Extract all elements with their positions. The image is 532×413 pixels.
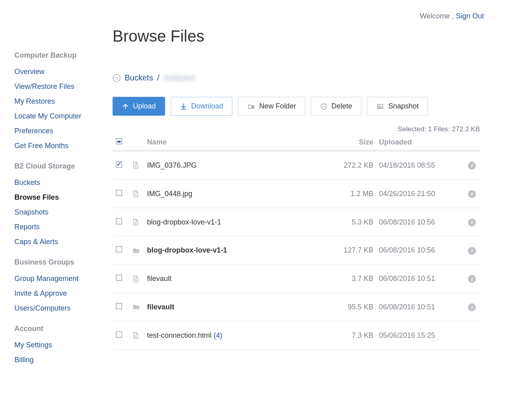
file-name[interactable]: IMG_0376.JPG <box>147 161 197 169</box>
delete-label: Delete <box>331 102 352 110</box>
file-size: 1.2 MB <box>332 180 376 208</box>
download-icon <box>180 103 187 110</box>
svg-rect-5 <box>133 306 139 309</box>
new-folder-button[interactable]: New Folder <box>238 97 305 116</box>
download-label: Download <box>191 102 223 110</box>
sidebar-item-my-settings[interactable]: My Settings <box>14 338 109 353</box>
sidebar-item-users-computers[interactable]: Users/Computers <box>14 301 109 316</box>
info-icon[interactable]: i <box>468 303 476 311</box>
file-name[interactable]: blog-dropbox-love-v1-1 <box>147 218 221 226</box>
sidebar-section-title: Account <box>14 325 109 333</box>
sidebar-item-overview[interactable]: Overview <box>14 64 109 79</box>
file-icon <box>132 275 141 283</box>
sidebar-item-get-free-months[interactable]: Get Free Months <box>14 138 109 153</box>
svg-point-3 <box>379 105 380 106</box>
row-checkbox[interactable] <box>116 190 122 196</box>
file-name[interactable]: IMG_0448.jpg <box>147 190 192 198</box>
sidebar-section-title: B2 Cloud Storage <box>14 162 109 170</box>
table-row[interactable]: filevault95.5 KB06/08/2016 10:51i <box>113 293 480 321</box>
column-name[interactable]: Name <box>144 136 332 151</box>
file-uploaded: 06/08/2016 10:51 <box>376 293 456 321</box>
signout-link[interactable]: Sign Out <box>456 12 484 20</box>
select-all-checkbox[interactable] <box>116 138 122 144</box>
snapshot-icon <box>376 103 384 110</box>
history-back-icon[interactable] <box>113 74 121 82</box>
file-name[interactable]: test-connection.html <box>147 331 212 339</box>
table-row[interactable]: test-connection.html (4)7.3 KB05/06/2016… <box>113 321 480 350</box>
file-uploaded: 06/08/2016 10:56 <box>376 237 456 265</box>
info-icon[interactable]: i <box>468 275 476 283</box>
sidebar-item-billing[interactable]: Billing <box>14 353 109 367</box>
sidebar-item-browse-files[interactable]: Browse Files <box>14 190 109 205</box>
info-icon[interactable]: i <box>468 247 476 255</box>
file-versions[interactable]: (4) <box>214 331 222 339</box>
breadcrumb: Buckets / redacted <box>113 73 480 82</box>
info-icon[interactable]: i <box>468 219 476 227</box>
info-icon[interactable]: i <box>468 162 476 170</box>
file-icon <box>132 218 141 227</box>
sidebar-item-snapshots[interactable]: Snapshots <box>14 205 109 220</box>
file-name[interactable]: filevault <box>147 303 174 311</box>
svg-rect-4 <box>133 249 139 253</box>
sidebar-item-group-management[interactable]: Group Management <box>14 271 109 286</box>
row-checkbox[interactable] <box>116 218 122 225</box>
breadcrumb-root[interactable]: Buckets <box>125 73 153 82</box>
snapshot-button[interactable]: Snapshot <box>367 97 428 116</box>
table-row[interactable]: blog-dropbox-love-v1-15.3 KB06/08/2016 1… <box>113 208 480 237</box>
delete-icon <box>320 103 327 110</box>
file-uploaded: 06/08/2016 10:51 <box>376 265 456 293</box>
file-size: 5.3 KB <box>332 208 376 237</box>
file-name[interactable]: filevault <box>147 275 171 283</box>
file-uploaded: 05/06/2016 15:25 <box>376 321 456 350</box>
sidebar-item-invite-approve[interactable]: Invite & Approve <box>14 286 109 301</box>
new-folder-icon <box>247 103 255 110</box>
table-row[interactable]: filevault3.7 KB06/08/2016 10:51i <box>113 265 480 293</box>
selection-summary: Selected: 1 Files: 272.2 KB <box>113 125 480 133</box>
file-icon <box>132 189 141 198</box>
file-size: 95.5 KB <box>332 293 376 321</box>
sidebar-item-reports[interactable]: Reports <box>14 220 109 235</box>
sidebar-item-my-restores[interactable]: My Restores <box>14 94 109 109</box>
topbar-separator: , <box>452 12 454 20</box>
page-title: Browse Files <box>113 27 480 45</box>
welcome-label: Welcome <box>420 12 450 20</box>
table-row[interactable]: IMG_0376.JPG272.2 KB04/18/2016 08:55i <box>113 151 480 180</box>
file-uploaded: 04/26/2016 21:50 <box>376 180 456 208</box>
row-checkbox[interactable] <box>116 331 122 338</box>
info-icon[interactable]: i <box>468 190 476 198</box>
row-checkbox[interactable] <box>116 275 122 281</box>
column-uploaded[interactable]: Uploaded <box>376 136 456 151</box>
sidebar-item-preferences[interactable]: Preferences <box>14 124 109 138</box>
sidebar-item-caps-alerts[interactable]: Caps & Alerts <box>14 235 109 249</box>
file-size: 272.2 KB <box>332 151 376 180</box>
column-size[interactable]: Size <box>332 136 376 151</box>
file-uploaded: 04/18/2016 08:55 <box>376 151 456 180</box>
upload-button[interactable]: Upload <box>113 97 165 116</box>
folder-icon <box>132 303 141 311</box>
new-folder-label: New Folder <box>259 102 296 110</box>
delete-button[interactable]: Delete <box>311 97 361 116</box>
file-icon <box>132 331 141 340</box>
file-uploaded: 06/08/2016 10:56 <box>376 208 456 237</box>
snapshot-label: Snapshot <box>388 102 419 110</box>
row-checkbox[interactable] <box>116 303 122 309</box>
table-row[interactable]: IMG_0448.jpg1.2 MB04/26/2016 21:50i <box>113 180 480 208</box>
file-size: 3.7 KB <box>332 265 376 293</box>
sidebar-section-title: Computer Backup <box>14 51 109 60</box>
selection-mid: Files: <box>434 125 450 133</box>
sidebar: Computer BackupOverviewView/Restore File… <box>14 11 109 375</box>
row-checkbox[interactable] <box>116 161 122 168</box>
sidebar-item-buckets[interactable]: Buckets <box>14 175 109 190</box>
file-table: Name Size Uploaded IMG_0376.JPG272.2 KB0… <box>113 136 480 350</box>
download-button[interactable]: Download <box>171 97 232 116</box>
breadcrumb-current: redacted <box>163 73 195 82</box>
file-name[interactable]: blog-dropbox-love-v1-1 <box>147 246 227 254</box>
sidebar-item-view-restore-files[interactable]: View/Restore Files <box>14 79 109 94</box>
row-checkbox[interactable] <box>116 246 122 253</box>
selection-count: 1 <box>428 125 431 133</box>
file-icon <box>132 161 141 170</box>
table-row[interactable]: blog-dropbox-love-v1-1127.7 KB06/08/2016… <box>113 237 480 265</box>
file-size: 127.7 KB <box>332 237 376 265</box>
sidebar-item-locate-my-computer[interactable]: Locate My Computer <box>14 109 109 124</box>
file-size: 7.3 KB <box>332 321 376 350</box>
